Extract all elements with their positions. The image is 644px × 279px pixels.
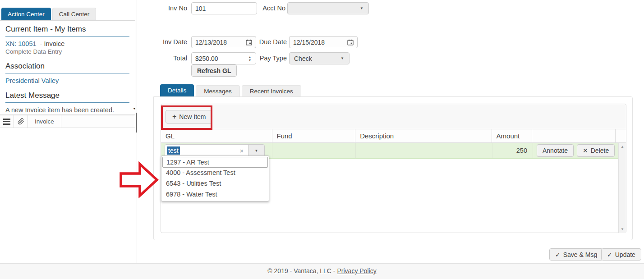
grid-scrollbar[interactable]: ▲ ▼	[618, 143, 626, 233]
column-header-gl[interactable]: GL	[161, 129, 272, 142]
gl-option[interactable]: 1297 - AR Test	[162, 157, 268, 168]
calendar-icon	[347, 39, 354, 46]
plus-icon: +	[172, 113, 176, 121]
latest-message-heading: Latest Message	[5, 91, 129, 103]
bottom-divider	[147, 245, 640, 245]
sidebar-splitter[interactable]	[137, 0, 137, 263]
chevron-down-icon: ▼	[360, 6, 363, 10]
pay-type-dropdown-button[interactable]: ▼	[336, 56, 349, 60]
splitter-handle[interactable]	[136, 113, 137, 133]
column-header-amount[interactable]: Amount	[492, 129, 532, 142]
association-heading: Association	[5, 62, 129, 73]
column-header-fund[interactable]: Fund	[272, 129, 355, 142]
latest-message-text: A new Invoice item has been created.	[5, 106, 129, 114]
grid-toolbar: + New Item	[161, 104, 626, 129]
inv-no-label: Inv No	[149, 2, 187, 14]
x-icon: ✕	[583, 147, 588, 154]
pay-type-dropdown[interactable]: Check ▼	[289, 52, 350, 64]
invoice-app-window: Action CenterCall Center Current Item - …	[0, 0, 644, 279]
spinner-up-icon: ▲	[248, 55, 252, 59]
paperclip-icon	[18, 118, 24, 125]
scroll-down-icon[interactable]: ▼	[619, 227, 626, 231]
clear-icon[interactable]: ×	[235, 145, 248, 156]
total-numeric-field: ▲ ▼	[191, 52, 256, 64]
gl-option[interactable]: 6543 - Utilities Test	[162, 178, 268, 189]
new-item-button[interactable]: + New Item	[166, 110, 212, 123]
inv-date-input[interactable]	[192, 37, 242, 48]
save-and-msg-button[interactable]: ✓ Save & Msg	[549, 248, 603, 261]
due-date-input[interactable]	[290, 37, 344, 48]
current-item-line: XN: 10051 - Invoice	[5, 40, 129, 47]
menu-button[interactable]	[0, 115, 14, 128]
spinner-down-icon: ▼	[248, 59, 252, 62]
splitter-collapse-icon[interactable]: ◄	[133, 107, 136, 110]
current-item-heading: Current Item - My Items	[5, 25, 129, 37]
scroll-up-icon[interactable]: ▲	[619, 145, 626, 149]
inv-date-picker	[191, 36, 256, 48]
calendar-icon	[246, 39, 252, 46]
sidebar-bottom-bar: Invoice	[0, 115, 135, 128]
tab-call-center[interactable]: Call Center	[52, 8, 97, 20]
gl-dropdown-button[interactable]: ▼	[248, 145, 264, 156]
sidebar-tabstrip: Action CenterCall Center	[1, 8, 96, 21]
tab-recent-invoices[interactable]: Recent Invoices	[242, 85, 301, 97]
association-link[interactable]: Presidential Valley	[5, 77, 129, 84]
inv-no-input[interactable]	[191, 2, 257, 14]
acct-no-label: Acct No	[253, 2, 285, 14]
item-status-label: Complete Data Entry	[5, 48, 129, 55]
hamburger-icon	[3, 117, 10, 126]
privacy-policy-link[interactable]: Privacy Policy	[337, 267, 377, 274]
gl-combobox[interactable]: test × ▼	[165, 144, 265, 157]
chevron-down-icon: ▼	[340, 56, 344, 60]
content-tabstrip: Details Messages Recent Invoices	[160, 84, 301, 97]
grid-header-row: GL Fund Description Amount	[161, 129, 626, 143]
gl-option[interactable]: 6978 - Water Test	[162, 189, 268, 200]
due-date-label: Due Date	[254, 36, 287, 48]
action-center-panel: Current Item - My Items XN: 10051 - Invo…	[0, 20, 135, 115]
annotate-button[interactable]: Annotate	[537, 144, 574, 157]
amount-cell[interactable]: 250	[492, 143, 533, 158]
gl-combobox-value[interactable]: test	[165, 145, 235, 156]
tab-messages[interactable]: Messages	[196, 85, 240, 97]
delete-button[interactable]: ✕ Delete	[577, 144, 615, 157]
row-actions-cell: Annotate ✕ Delete	[533, 143, 616, 158]
due-date-picker	[289, 36, 358, 48]
tab-details[interactable]: Details	[160, 84, 194, 97]
acct-no-dropdown[interactable]: ▼	[287, 2, 369, 14]
copyright-text: © 2019 - Vantaca, LLC -	[267, 267, 335, 274]
gl-dropdown-list: 1297 - AR Test 4000 - Assessment Test 65…	[161, 156, 269, 201]
tab-action-center[interactable]: Action Center	[1, 8, 51, 21]
column-header-actions	[532, 129, 615, 142]
update-button[interactable]: ✓ Update	[601, 248, 641, 261]
check-icon: ✓	[555, 251, 561, 258]
refresh-gl-button[interactable]: Refresh GL	[191, 64, 237, 77]
pay-type-value: Check	[290, 55, 336, 62]
item-number-link[interactable]: XN: 10051	[5, 40, 37, 47]
acct-no-dropdown-button[interactable]: ▼	[355, 6, 368, 10]
page-footer: © 2019 - Vantaca, LLC -Privacy Policy	[0, 263, 644, 279]
due-date-calendar-button[interactable]	[344, 37, 357, 48]
chevron-down-icon: ▼	[255, 149, 258, 153]
total-label: Total	[149, 52, 187, 64]
total-input[interactable]	[192, 53, 244, 64]
inv-date-label: Inv Date	[149, 36, 187, 48]
check-icon: ✓	[607, 251, 612, 258]
item-type-label: - Invoice	[40, 40, 65, 47]
fund-cell[interactable]	[272, 143, 355, 158]
column-header-description[interactable]: Description	[355, 129, 491, 142]
attachments-button[interactable]	[14, 115, 28, 128]
bottom-tab-invoice[interactable]: Invoice	[28, 115, 61, 128]
column-header-spacer	[615, 129, 626, 142]
description-cell[interactable]	[355, 143, 492, 158]
gl-option[interactable]: 4000 - Assessment Test	[162, 168, 268, 178]
pay-type-label: Pay Type	[254, 52, 287, 64]
